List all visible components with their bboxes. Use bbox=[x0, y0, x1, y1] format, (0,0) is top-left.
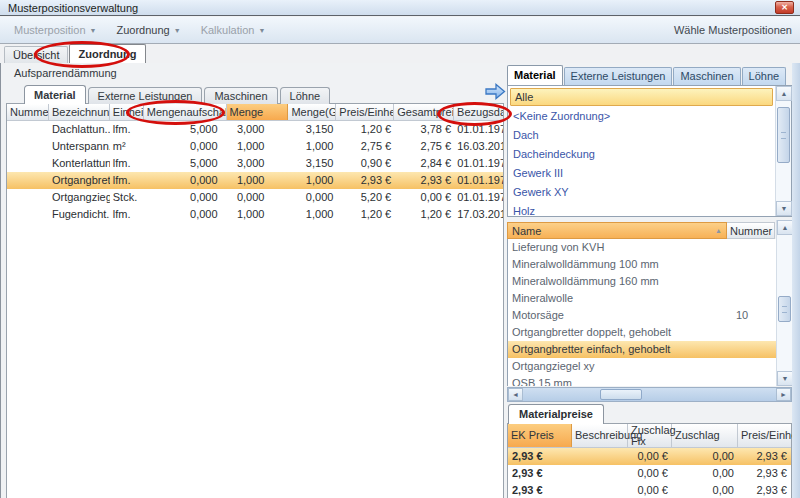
material-nummer bbox=[728, 358, 776, 375]
menu-item[interactable]: Zuordnung ▼ bbox=[106, 20, 190, 40]
prices-table-header: EK Preis Beschreibung Zuschlag Fix Zusch… bbox=[508, 424, 791, 448]
cell-zuschlag: 0,00 bbox=[672, 448, 738, 465]
tab-label: Material bbox=[34, 89, 76, 101]
materials-hscrollbar[interactable]: ◄ ► bbox=[507, 387, 792, 402]
material-name: Mineralwolldämmung 160 mm bbox=[508, 273, 728, 290]
menu-item[interactable]: Kalkulation ▼ bbox=[191, 20, 276, 40]
column-header-preis-einheit[interactable]: Preis/Einheit bbox=[336, 104, 394, 120]
cell-bezugsdatum: 17.03.2015 ... bbox=[454, 206, 503, 223]
materialpreise-tab[interactable]: Materialpreise bbox=[508, 404, 604, 424]
chevron-down-icon: ▼ bbox=[90, 27, 97, 34]
cell-preis-einheit: 2,93 € bbox=[738, 482, 791, 498]
list-item-label: Holz bbox=[513, 205, 535, 215]
list-item[interactable]: OSB 15 mm bbox=[508, 375, 776, 386]
list-item[interactable]: Dach bbox=[509, 126, 774, 145]
close-button[interactable]: ✕ bbox=[775, 1, 794, 14]
table-row[interactable]: Fugendicht... lfm. 0,000 1,000 1,000 1,2… bbox=[7, 206, 503, 223]
column-header-menge-gesamt[interactable]: Menge(Gesam bbox=[288, 104, 336, 120]
tab[interactable]: Externe Leistungen bbox=[564, 67, 673, 85]
column-header-beschreibung[interactable]: Beschreibung bbox=[572, 424, 628, 447]
column-header-nummer[interactable]: Nummer bbox=[727, 222, 775, 239]
table-row[interactable]: Ortgangbret... lfm. 0,000 1,000 1,000 2,… bbox=[7, 172, 503, 189]
positions-table-header: Nummer Bezeichnung Einheit Mengenaufscha… bbox=[7, 104, 503, 121]
cell-einheit: Stck. bbox=[110, 189, 144, 206]
tab[interactable]: Maschinen bbox=[204, 87, 277, 104]
cell-gesamtpreis: 2,75 € bbox=[394, 138, 454, 155]
cell-preis-einheit: 2,93 € bbox=[336, 172, 394, 189]
scroll-up-icon[interactable]: ▲ bbox=[776, 86, 792, 101]
list-item[interactable]: Motorsäge 10 bbox=[508, 307, 776, 324]
column-header-name[interactable]: Name ▲ bbox=[507, 222, 727, 239]
table-row[interactable]: Ortgangzieg... Stck. 0,000 0,000 0,000 5… bbox=[7, 189, 503, 206]
groups-scrollbar[interactable]: ▲ ▼ bbox=[775, 86, 791, 216]
cell-menge-gesamt: 1,000 bbox=[288, 138, 336, 155]
cell-menge: 0,000 bbox=[227, 189, 289, 206]
cell-zuschlag-fix: 0,00 € bbox=[628, 482, 672, 498]
column-header-ek-preis[interactable]: EK Preis bbox=[508, 424, 572, 447]
list-item[interactable]: Mineralwolle bbox=[508, 290, 776, 307]
tab[interactable]: Löhne bbox=[280, 87, 331, 104]
list-item[interactable]: Mineralwolldämmung 160 mm bbox=[508, 273, 776, 290]
tab[interactable]: Löhne bbox=[742, 67, 787, 85]
scrollbar-thumb[interactable] bbox=[600, 389, 642, 400]
tab[interactable]: Maschinen bbox=[673, 67, 740, 85]
cell-gesamtpreis: 0,00 € bbox=[394, 189, 454, 206]
list-item-label: Dach bbox=[513, 129, 539, 141]
table-row[interactable]: Unterspann... m² 0,000 1,000 1,000 2,75 … bbox=[7, 138, 503, 155]
tab-label: Maschinen bbox=[214, 90, 267, 102]
table-row[interactable]: Dachlattun... lfm. 5,000 3,000 3,150 1,2… bbox=[7, 121, 503, 138]
cell-preis-einheit: 0,90 € bbox=[336, 155, 394, 172]
list-item-label: Alle bbox=[515, 91, 533, 103]
scroll-up-icon[interactable]: ▲ bbox=[777, 220, 793, 235]
materials-scrollbar[interactable]: ▲ ▼ bbox=[776, 220, 792, 386]
cell-nummer bbox=[7, 121, 49, 138]
cell-mengenaufschlag: 0,000 bbox=[144, 189, 227, 206]
price-row[interactable]: 2,93 € 0,00 € 0,00 2,93 € bbox=[508, 482, 791, 498]
column-header-menge[interactable]: Menge bbox=[227, 104, 289, 120]
scrollbar-thumb[interactable] bbox=[778, 296, 791, 322]
tab[interactable]: Material bbox=[24, 85, 86, 104]
list-item[interactable]: Ortgangbretter doppelt, gehobelt bbox=[508, 324, 776, 341]
list-item[interactable]: Mineralwolldämmung 100 mm bbox=[508, 256, 776, 273]
list-item[interactable]: Dacheindeckung bbox=[509, 145, 774, 164]
waehle-musterpositionen-button[interactable]: Wähle Musterpositionen bbox=[674, 24, 792, 36]
cell-menge: 1,000 bbox=[227, 172, 289, 189]
list-item[interactable]: Gewerk III bbox=[509, 164, 774, 183]
table-row[interactable]: Konterlattun... lfm. 5,000 3,000 3,150 0… bbox=[7, 155, 503, 172]
column-header-zuschlag[interactable]: Zuschlag bbox=[672, 424, 738, 447]
annotation-circle-zuordnung bbox=[34, 41, 130, 68]
list-item[interactable]: Alle bbox=[510, 88, 773, 106]
cell-bezeichnung: Ortgangzieg... bbox=[49, 189, 110, 206]
list-item[interactable]: Holz bbox=[509, 202, 774, 215]
cell-bezeichnung: Dachlattun... bbox=[49, 121, 110, 138]
material-name: Ortgangbretter doppelt, gehobelt bbox=[508, 324, 728, 341]
column-header-bezeichnung[interactable]: Bezeichnung bbox=[49, 104, 110, 120]
scrollbar-thumb[interactable] bbox=[777, 107, 790, 163]
cell-nummer bbox=[7, 138, 49, 155]
tab-label: Löhne bbox=[749, 70, 780, 82]
list-item[interactable]: Ortgangbretter einfach, gehobelt bbox=[508, 341, 776, 358]
list-item[interactable]: Gewerk XY bbox=[509, 183, 774, 202]
tab[interactable]: Material bbox=[507, 65, 563, 85]
list-item[interactable]: Ortgangziegel xy bbox=[508, 358, 776, 375]
column-header-nummer[interactable]: Nummer bbox=[7, 104, 49, 120]
list-item[interactable]: <Keine Zuordnung> bbox=[509, 107, 774, 126]
material-nummer bbox=[728, 256, 776, 273]
materials-list-header: Name ▲ Nummer bbox=[507, 222, 792, 239]
cell-menge: 1,000 bbox=[227, 138, 289, 155]
menu-item[interactable]: Musterposition ▼ bbox=[4, 20, 106, 40]
scroll-right-icon[interactable]: ► bbox=[776, 388, 791, 401]
chevron-down-icon: ▼ bbox=[174, 27, 181, 34]
cell-preis-einheit: 2,93 € bbox=[738, 465, 791, 482]
right-panel-tabs: Material Externe Leistungen Maschinen Lö… bbox=[507, 65, 787, 85]
scroll-down-icon[interactable]: ▼ bbox=[777, 371, 793, 386]
price-row[interactable]: 2,93 € 0,00 € 0,00 2,93 € bbox=[508, 448, 791, 465]
scroll-left-icon[interactable]: ◄ bbox=[508, 388, 523, 401]
column-header-preis-einheit[interactable]: Preis/Einheit bbox=[738, 424, 791, 447]
scroll-down-icon[interactable]: ▼ bbox=[776, 201, 792, 216]
column-header-zuschlag-fix[interactable]: Zuschlag Fix bbox=[628, 424, 672, 447]
price-row[interactable]: 2,93 € 0,00 € 0,00 2,93 € bbox=[508, 465, 791, 482]
cell-einheit: m² bbox=[110, 138, 144, 155]
cell-menge-gesamt: 3,150 bbox=[288, 121, 336, 138]
list-item[interactable]: Lieferung von KVH bbox=[508, 239, 776, 256]
